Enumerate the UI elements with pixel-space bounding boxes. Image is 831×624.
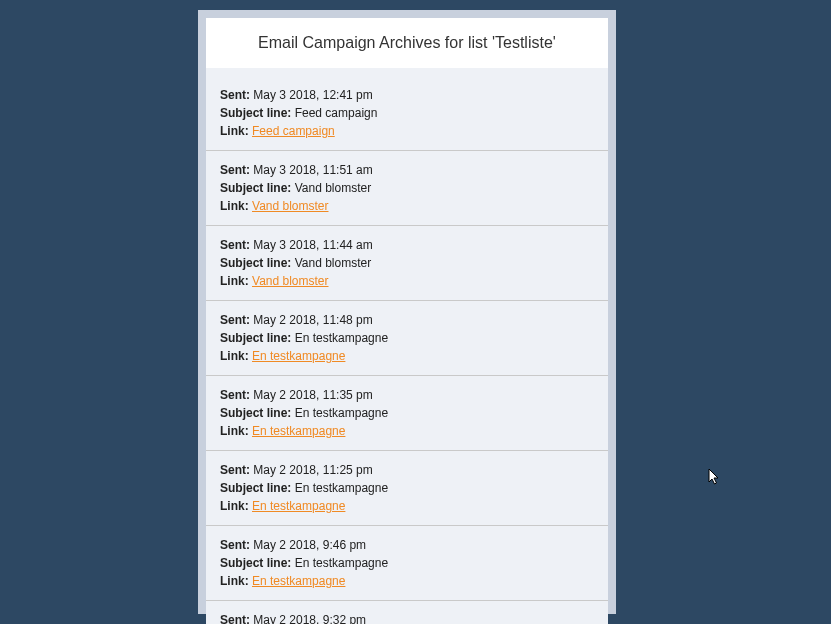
subject-value: Vand blomster (291, 181, 371, 195)
sent-row: Sent: May 3 2018, 11:51 am (220, 161, 594, 179)
subject-value: Feed campaign (291, 106, 377, 120)
archive-entry: Sent: May 2 2018, 9:46 pmSubject line: E… (206, 536, 608, 601)
sent-row: Sent: May 2 2018, 9:46 pm (220, 536, 594, 554)
campaign-link[interactable]: Vand blomster (252, 274, 328, 288)
sent-value: May 2 2018, 11:35 pm (250, 388, 373, 402)
link-row: Link: En testkampagne (220, 347, 594, 365)
archive-entry: Sent: May 2 2018, 11:35 pmSubject line: … (206, 386, 608, 451)
sent-label: Sent: (220, 238, 250, 252)
archive-entry: Sent: May 3 2018, 12:41 pmSubject line: … (206, 86, 608, 151)
sent-value: May 3 2018, 12:41 pm (250, 88, 373, 102)
subject-value: En testkampagne (291, 331, 388, 345)
subject-label: Subject line: (220, 256, 291, 270)
subject-label: Subject line: (220, 406, 291, 420)
sent-label: Sent: (220, 463, 250, 477)
link-label: Link: (220, 124, 249, 138)
sent-row: Sent: May 2 2018, 11:35 pm (220, 386, 594, 404)
entries-container: Sent: May 3 2018, 12:41 pmSubject line: … (206, 68, 608, 624)
mouse-cursor-icon (708, 468, 722, 486)
link-row: Link: En testkampagne (220, 497, 594, 515)
link-label: Link: (220, 349, 249, 363)
sent-value: May 2 2018, 9:46 pm (250, 538, 366, 552)
archive-entry: Sent: May 2 2018, 9:32 pmSubject line: E… (206, 611, 608, 624)
sent-row: Sent: May 2 2018, 11:25 pm (220, 461, 594, 479)
subject-label: Subject line: (220, 556, 291, 570)
subject-label: Subject line: (220, 481, 291, 495)
subject-row: Subject line: Feed campaign (220, 104, 594, 122)
sent-label: Sent: (220, 538, 250, 552)
page-title: Email Campaign Archives for list 'Testli… (214, 34, 600, 52)
link-label: Link: (220, 574, 249, 588)
sent-label: Sent: (220, 163, 250, 177)
subject-row: Subject line: Vand blomster (220, 179, 594, 197)
subject-value: En testkampagne (291, 406, 388, 420)
link-label: Link: (220, 424, 249, 438)
subject-label: Subject line: (220, 331, 291, 345)
archive-entry: Sent: May 3 2018, 11:44 amSubject line: … (206, 236, 608, 301)
sent-row: Sent: May 3 2018, 12:41 pm (220, 86, 594, 104)
link-row: Link: Vand blomster (220, 197, 594, 215)
sent-value: May 2 2018, 9:32 pm (250, 613, 366, 624)
campaign-link[interactable]: En testkampagne (252, 574, 345, 588)
link-label: Link: (220, 199, 249, 213)
subject-row: Subject line: En testkampagne (220, 479, 594, 497)
campaign-link[interactable]: Vand blomster (252, 199, 328, 213)
subject-value: Vand blomster (291, 256, 371, 270)
subject-label: Subject line: (220, 106, 291, 120)
sent-row: Sent: May 3 2018, 11:44 am (220, 236, 594, 254)
sent-label: Sent: (220, 388, 250, 402)
link-row: Link: Feed campaign (220, 122, 594, 140)
archive-panel: Email Campaign Archives for list 'Testli… (198, 10, 616, 614)
archive-entry: Sent: May 3 2018, 11:51 amSubject line: … (206, 161, 608, 226)
link-row: Link: En testkampagne (220, 422, 594, 440)
archive-entry: Sent: May 2 2018, 11:25 pmSubject line: … (206, 461, 608, 526)
link-label: Link: (220, 274, 249, 288)
sent-value: May 3 2018, 11:51 am (250, 163, 373, 177)
sent-label: Sent: (220, 613, 250, 624)
sent-value: May 3 2018, 11:44 am (250, 238, 373, 252)
sent-row: Sent: May 2 2018, 9:32 pm (220, 611, 594, 624)
sent-row: Sent: May 2 2018, 11:48 pm (220, 311, 594, 329)
header: Email Campaign Archives for list 'Testli… (206, 18, 608, 68)
campaign-link[interactable]: Feed campaign (252, 124, 335, 138)
archive-entry: Sent: May 2 2018, 11:48 pmSubject line: … (206, 311, 608, 376)
campaign-link[interactable]: En testkampagne (252, 499, 345, 513)
subject-value: En testkampagne (291, 556, 388, 570)
subject-label: Subject line: (220, 181, 291, 195)
link-row: Link: En testkampagne (220, 572, 594, 590)
link-row: Link: Vand blomster (220, 272, 594, 290)
subject-row: Subject line: En testkampagne (220, 404, 594, 422)
sent-value: May 2 2018, 11:25 pm (250, 463, 373, 477)
campaign-link[interactable]: En testkampagne (252, 349, 345, 363)
sent-label: Sent: (220, 88, 250, 102)
subject-row: Subject line: Vand blomster (220, 254, 594, 272)
subject-value: En testkampagne (291, 481, 388, 495)
sent-value: May 2 2018, 11:48 pm (250, 313, 373, 327)
subject-row: Subject line: En testkampagne (220, 554, 594, 572)
link-label: Link: (220, 499, 249, 513)
campaign-link[interactable]: En testkampagne (252, 424, 345, 438)
subject-row: Subject line: En testkampagne (220, 329, 594, 347)
sent-label: Sent: (220, 313, 250, 327)
